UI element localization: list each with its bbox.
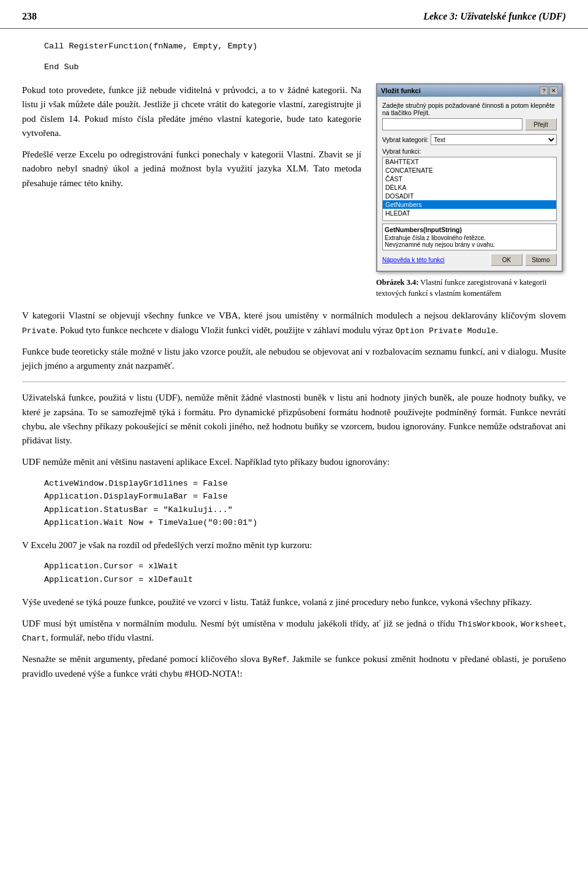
list-item-bahttext[interactable]: BAHTTEXT bbox=[383, 157, 556, 166]
list-item-getnumbers[interactable]: GetNumbers bbox=[383, 200, 556, 209]
paragraph-4: Funkce bude teoreticky stále možné v lis… bbox=[22, 345, 566, 374]
p9-sep1: , bbox=[515, 619, 521, 628]
code-line-4-2: Application.Cursor = xlDefault bbox=[44, 573, 566, 587]
paragraph-6: UDF nemůže měnit ani většinu nastavení a… bbox=[22, 455, 566, 469]
dialog-functions-label: Vybrat funkci: bbox=[382, 148, 557, 155]
dialog-titlebar: Vložit funkci ? ✕ bbox=[377, 85, 562, 97]
list-item-cast[interactable]: ČÁST bbox=[383, 175, 556, 183]
p9-mono1: ThisWorkbook bbox=[458, 620, 516, 629]
list-item-delka[interactable]: DÉLKA bbox=[383, 183, 556, 192]
paragraph-1: Pokud toto provedete, funkce již nebude … bbox=[22, 83, 361, 140]
func-desc2: Nevýznamné nuly nejsou brány v úvahu. bbox=[385, 241, 554, 248]
p10-text1: Nesnažte se měnit argumenty, předané pom… bbox=[22, 654, 263, 664]
dialog-search-label: Zadejte stručný popis požadované činnost… bbox=[382, 102, 557, 116]
p3-text3: . bbox=[496, 325, 498, 335]
code-line-3-1: ActiveWindow.DisplayGridlines = False bbox=[44, 477, 566, 491]
func-desc1: Extrahuje čísla z libovolného řetězce. bbox=[385, 235, 554, 241]
p3-mono1: Private bbox=[22, 326, 56, 336]
dialog-search-button[interactable]: Přejít bbox=[525, 118, 557, 130]
paragraph-8: Výše uvedené se týká pouze funkce, použi… bbox=[22, 595, 566, 609]
paragraph-9: UDF musí být umístěna v normálním modulu… bbox=[22, 617, 566, 645]
dialog-title: Vložit funkci bbox=[381, 87, 421, 94]
dialog-help-link[interactable]: Nápověda k této funkci bbox=[382, 257, 445, 263]
right-column: Vložit funkci ? ✕ Zadejte stručný popis … bbox=[376, 83, 566, 299]
paragraph-2: Předešlé verze Excelu po odregistrování … bbox=[22, 148, 361, 190]
code-line-3-2: Application.DisplayFormulaBar = False bbox=[44, 490, 566, 503]
main-content: Call RegisterFunction(fnName, Empty, Emp… bbox=[0, 40, 588, 710]
code-block-4: Application.Cursor = xlWait Application.… bbox=[44, 560, 566, 586]
dialog-close-btn[interactable]: ✕ bbox=[549, 86, 558, 95]
dialog-search-input[interactable] bbox=[382, 118, 522, 130]
dialog-controls: ? ✕ bbox=[540, 86, 558, 95]
dialog-cancel-button[interactable]: Storno bbox=[525, 254, 557, 266]
code-block-3: ActiveWindow.DisplayGridlines = False Ap… bbox=[44, 477, 566, 530]
page-number: 238 bbox=[22, 11, 37, 22]
p3-mono2: Option Private Module bbox=[396, 326, 496, 336]
figure-caption-bold: Obrázek 3.4: bbox=[376, 278, 418, 287]
p9-mono3: Chart bbox=[22, 634, 46, 643]
two-column-section: Pokud toto provedete, funkce již nebude … bbox=[22, 83, 566, 299]
figure-caption: Obrázek 3.4: Vlastní funkce zaregistrova… bbox=[376, 277, 566, 299]
left-column: Pokud toto provedete, funkce již nebude … bbox=[22, 83, 361, 299]
chapter-title: Lekce 3: Uživatelské funkce (UDF) bbox=[423, 11, 566, 22]
dialog-description: GetNumbers(InputString) Extrahuje čísla … bbox=[382, 224, 557, 250]
paragraph-3: V kategorii Vlastní se objevují všechny … bbox=[22, 309, 566, 337]
paragraph-7: V Excelu 2007 je však na rozdíl od přede… bbox=[22, 538, 566, 552]
page-header: 238 Lekce 3: Uživatelské funkce (UDF) bbox=[0, 0, 588, 29]
func-signature: GetNumbers(InputString) bbox=[385, 226, 554, 233]
dialog-function-listbox[interactable]: BAHTTEXT CONCATENATE ČÁST DÉLKA DOSADIT … bbox=[382, 157, 557, 221]
p3-text2: . Pokud tyto funkce nechcete v dialogu V… bbox=[56, 325, 396, 335]
code-line-3-3: Application.StatusBar = "Kalkuluji..." bbox=[44, 503, 566, 517]
paragraph-5: Uživatelská funkce, použitá v listu (UDF… bbox=[22, 391, 566, 448]
dialog-help-btn[interactable]: ? bbox=[540, 86, 548, 95]
p9-sep2: , bbox=[564, 619, 566, 628]
p3-text1: V kategorii Vlastní se objevují všechny … bbox=[22, 310, 566, 320]
list-item-dosadit[interactable]: DOSADIT bbox=[383, 192, 556, 200]
dialog-search-row: Přejít bbox=[382, 118, 557, 130]
dialog-bottom-row: Nápověda k této funkci OK Storno bbox=[382, 254, 557, 266]
code-line-3-4: Application.Wait Now + TimeValue("0:00:0… bbox=[44, 516, 566, 530]
p9-text1: UDF musí být umístěna v normálním modulu… bbox=[22, 619, 458, 628]
dialog-box: Vložit funkci ? ✕ Zadejte stručný popis … bbox=[376, 83, 563, 272]
p9-mono2: Worksheet bbox=[521, 620, 564, 629]
list-item-hledat[interactable]: HLEDAT bbox=[383, 209, 556, 217]
dialog-ok-button[interactable]: OK bbox=[491, 254, 522, 266]
code-block-2: End Sub bbox=[44, 61, 566, 74]
dialog-category-select[interactable]: Text bbox=[431, 134, 557, 145]
dialog-category-row: Vybrat kategorii: Text bbox=[382, 134, 557, 145]
paragraph-10: Nesnažte se měnit argumenty, předané pom… bbox=[22, 652, 566, 681]
list-item-concatenate[interactable]: CONCATENATE bbox=[383, 166, 556, 175]
dialog-category-label: Vybrat kategorii: bbox=[382, 136, 428, 143]
section-divider-1 bbox=[22, 382, 566, 382]
code-line-4-1: Application.Cursor = xlWait bbox=[44, 560, 566, 573]
p10-mono1: ByRef bbox=[263, 655, 287, 664]
code-block-1: Call RegisterFunction(fnName, Empty, Emp… bbox=[44, 40, 566, 53]
dialog-body: Zadejte stručný popis požadované činnost… bbox=[377, 97, 562, 271]
p9-text2: , formulář, nebo třídu vlastní. bbox=[46, 633, 154, 642]
dialog-action-buttons: OK Storno bbox=[491, 254, 557, 266]
